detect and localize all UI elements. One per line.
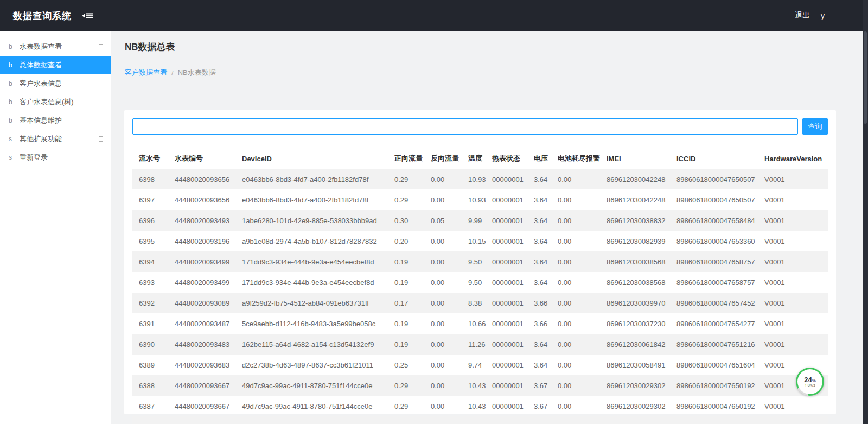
sidebar-menu: b水表数据查看b总体数据查看b客户水表信息b客户水表信息(树)b基本信息维护s其… — [0, 37, 111, 167]
network-speed-widget[interactable]: 24% ↑ 0K/s — [796, 368, 824, 396]
menu-item-label: 总体数据查看 — [20, 60, 103, 70]
table-cell: 0.29 — [388, 375, 424, 396]
app-title: 数据查询系统 — [13, 10, 72, 22]
table-cell: 0.25 — [388, 355, 424, 375]
table-cell: 89860618000047651604 — [670, 355, 758, 375]
table-cell: 869612030082939 — [600, 231, 670, 251]
table-cell: V0001 — [758, 293, 828, 313]
menu-item-label: 基本信息维护 — [20, 116, 103, 125]
table-cell: a9f259d2-fb75-4512-ab84-091eb63731ff — [235, 293, 388, 313]
table-cell: 44480020093499 — [168, 251, 235, 272]
window-scrollbar[interactable] — [863, 0, 868, 424]
table-cell: 0.19 — [388, 334, 424, 355]
search-input[interactable] — [132, 118, 798, 135]
breadcrumb: 客户数据查看 / NB水表数据 — [111, 53, 863, 88]
data-table: 流水号水表编号DeviceID正向流量反向流量温度热表状态电压电池耗尽报警IME… — [132, 148, 828, 416]
table-cell: 44480020093683 — [168, 355, 235, 375]
table-cell: 0.00 — [551, 293, 600, 313]
table-cell: 162be115-a64d-4682-a154-c13d54132ef9 — [235, 334, 388, 355]
table-cell: 10.93 — [462, 169, 486, 189]
table-cell: 0.00 — [424, 334, 462, 355]
table-cell: 0.00 — [551, 169, 600, 189]
table-cell: 0.00 — [424, 313, 462, 334]
table-cell: 3.64 — [527, 231, 551, 251]
sidebar-item[interactable]: b总体数据查看 — [0, 56, 111, 74]
table-cell: V0001 — [758, 210, 828, 231]
table-cell: 0.00 — [424, 355, 462, 375]
menu-item-icon: b — [9, 61, 20, 69]
table-cell: 0.00 — [551, 251, 600, 272]
table-cell: 00000001 — [486, 210, 527, 231]
table-cell: 869612030042248 — [600, 169, 670, 189]
table-row: 639844480020093656e0463bb6-8bd3-4fd7-a40… — [132, 169, 828, 189]
table-cell: 869612030039970 — [600, 293, 670, 313]
upload-arrow-icon: ↑ — [805, 383, 807, 387]
collapse-sidebar-icon[interactable] — [81, 11, 94, 20]
table-cell: 89860618000047650192 — [670, 375, 758, 396]
user-menu[interactable]: y — [821, 11, 825, 20]
breadcrumb-parent-link[interactable]: 客户数据查看 — [125, 68, 167, 78]
table-cell: 10.15 — [462, 231, 486, 251]
table-cell: 00000001 — [486, 355, 527, 375]
table-cell: 869612030061842 — [600, 334, 670, 355]
sidebar-item[interactable]: b水表数据查看 — [0, 37, 111, 56]
table-cell: 0.00 — [424, 375, 462, 396]
sidebar-item[interactable]: b客户水表信息 — [0, 74, 111, 93]
table-cell: 0.17 — [388, 293, 424, 313]
table-cell: 6393 — [132, 272, 168, 293]
scrollbar-thumb[interactable] — [864, 31, 867, 124]
search-button[interactable]: 查询 — [802, 118, 828, 135]
table-cell: e0463bb6-8bd3-4fd7-a400-2fb1182fd78f — [235, 169, 388, 189]
table-cell: 0.00 — [551, 355, 600, 375]
menu-item-label: 水表数据查看 — [20, 42, 99, 52]
table-cell: 49d7c9ac-99ac-4911-8780-751f144cce0e — [235, 375, 388, 396]
table-cell: 0.29 — [388, 396, 424, 416]
table-cell: 00000001 — [486, 396, 527, 416]
sidebar-item[interactable]: s其他扩展功能 — [0, 130, 111, 148]
table-cell: 10.93 — [462, 189, 486, 210]
table-cell: 44480020093493 — [168, 210, 235, 231]
table-cell: 6390 — [132, 334, 168, 355]
speed-rate: ↑ 0K/s — [805, 383, 815, 387]
table-cell: 9.50 — [462, 251, 486, 272]
column-header: 温度 — [462, 148, 486, 169]
sidebar-item[interactable]: b客户水表信息(树) — [0, 93, 111, 111]
table-cell: 89860618000047650192 — [670, 396, 758, 416]
table-cell: 8.38 — [462, 293, 486, 313]
table-cell: 869612030029302 — [600, 375, 670, 396]
table-cell: 44480020093196 — [168, 231, 235, 251]
table-cell: 00000001 — [486, 272, 527, 293]
table-cell: 3.64 — [527, 169, 551, 189]
table-cell: 9.50 — [462, 272, 486, 293]
menu-item-label: 客户水表信息 — [20, 79, 103, 88]
table-cell: V0001 — [758, 251, 828, 272]
column-header: 电池耗尽报警 — [551, 148, 600, 169]
table-cell: 89860618000047653360 — [670, 231, 758, 251]
table-cell: 44480020093089 — [168, 293, 235, 313]
table-cell: 0.00 — [424, 169, 462, 189]
table-cell: 869612030037230 — [600, 313, 670, 334]
sidebar-item[interactable]: b基本信息维护 — [0, 111, 111, 130]
table-cell: 44480020093667 — [168, 396, 235, 416]
network-speed-inner: 24% ↑ 0K/s — [797, 369, 822, 394]
sidebar: b水表数据查看b总体数据查看b客户水表信息b客户水表信息(树)b基本信息维护s其… — [0, 31, 111, 424]
table-cell: V0001 — [758, 169, 828, 189]
table-cell: 3.64 — [527, 210, 551, 231]
table-cell: 3.67 — [527, 375, 551, 396]
table-cell: 0.00 — [551, 231, 600, 251]
table-cell: 869612030029302 — [600, 396, 670, 416]
column-header: 电压 — [527, 148, 551, 169]
table-cell: 0.00 — [424, 396, 462, 416]
logout-link[interactable]: 退出 — [795, 11, 810, 21]
table-cell: 869612030042248 — [600, 189, 670, 210]
sidebar-item[interactable]: s重新登录 — [0, 148, 111, 167]
search-row: 查询 — [132, 118, 828, 135]
table-row-partial — [132, 416, 828, 424]
table-row: 638944480020093683d2c2738b-4d63-4897-863… — [132, 355, 828, 375]
table-cell: 44480020093487 — [168, 313, 235, 334]
table-cell: 869612030058491 — [600, 355, 670, 375]
table-cell: e0463bb6-8bd3-4fd7-a400-2fb1182fd78f — [235, 189, 388, 210]
column-header: 水表编号 — [168, 148, 235, 169]
table-cell: 0.19 — [388, 251, 424, 272]
table-cell: 0.20 — [388, 231, 424, 251]
